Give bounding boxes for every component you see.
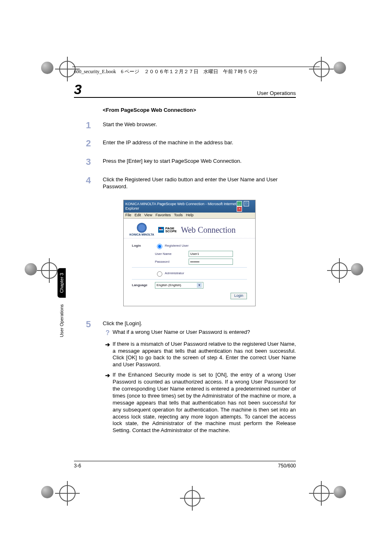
section-heading: <From PageScope Web Connection>	[103, 107, 296, 114]
book-header-rule	[72, 67, 320, 67]
close-icon[interactable]: ×	[237, 206, 242, 212]
administrator-radio-input[interactable]	[157, 271, 162, 277]
arrow-right-icon: ➔	[103, 372, 113, 434]
konica-minolta-logo-icon	[137, 223, 147, 233]
page-footer: 3-6 750/600	[74, 461, 296, 469]
crop-cross-icon	[313, 485, 330, 502]
crop-cross-icon	[41, 262, 58, 279]
menu-favorites[interactable]: Favorites	[155, 213, 171, 218]
window-buttons[interactable]: _ □ ×	[236, 201, 254, 212]
page-number-right: 750/600	[278, 463, 296, 469]
step-text: Enter the IP address of the machine in t…	[103, 138, 296, 150]
password-label: Password	[155, 260, 189, 264]
step-number: 4	[74, 175, 103, 190]
answer-text: If the Enhanced Security mode is set to …	[113, 372, 296, 434]
crop-cross-icon	[59, 61, 76, 77]
registered-user-radio[interactable]: Registered User	[155, 243, 189, 249]
login-label: Login	[132, 244, 155, 248]
page-number-left: 3-6	[74, 463, 81, 469]
figure-row: KONICA MINOLTA PageScope Web Connection …	[74, 197, 296, 312]
login-button[interactable]: Login	[231, 293, 247, 299]
konica-minolta-label: KONICA MINOLTA	[129, 233, 154, 236]
language-value: English (English)	[157, 283, 181, 287]
step-row: 3 Press the [Enter] key to start PageSco…	[74, 156, 296, 168]
crop-blob-icon	[25, 263, 37, 275]
step-row: 5 Click the [Login]. ? What if a wrong U…	[74, 319, 296, 437]
step-row: 1 Start the Web browser.	[74, 120, 296, 132]
menu-view[interactable]: View	[144, 213, 152, 218]
registered-user-radio-label: Registered User	[165, 244, 189, 248]
step-text: Press the [Enter] key to start PageScope…	[103, 156, 296, 168]
chapter-title: User Operations	[257, 90, 296, 96]
side-tab-section: User Operations	[58, 300, 66, 341]
administrator-radio[interactable]: Administrator	[155, 270, 189, 277]
step-text: Start the Web browser.	[103, 120, 296, 132]
step-text: Click the [Login].	[103, 320, 296, 327]
crop-blob-icon	[351, 263, 363, 275]
step-text: Click the Registered User radio button a…	[103, 175, 296, 190]
step-number: 1	[74, 120, 103, 132]
pagescope-mark-icon	[158, 227, 164, 233]
language-select[interactable]: English (English) ▾	[155, 282, 203, 289]
password-input[interactable]: ••••••••	[189, 259, 233, 265]
web-connection-text: Web Connection	[181, 224, 235, 235]
crop-cross-icon	[313, 61, 330, 77]
menu-help[interactable]: Help	[186, 213, 194, 218]
minimize-icon[interactable]: _	[237, 201, 242, 206]
question-text: What if a wrong User Name or User Passwo…	[113, 329, 296, 338]
book-header-text: 600_security_E.book 6 ページ ２００６年１２月２７日 水曜…	[74, 68, 258, 75]
brand-header: KONICA MINOLTA PAGE SCOPE Web Connection	[124, 219, 255, 238]
window-title: KONICA MINOLTA PageScope Web Connection …	[125, 202, 236, 211]
crop-blob-icon	[41, 486, 53, 498]
browser-menu-bar[interactable]: File Edit View Favorites Tools Help	[124, 213, 255, 219]
pagescope-logo: PAGE SCOPE	[158, 227, 177, 233]
menu-edit[interactable]: Edit	[135, 213, 141, 218]
username-input[interactable]: User1	[189, 251, 233, 257]
window-titlebar: KONICA MINOLTA PageScope Web Connection …	[124, 200, 255, 213]
username-label: User Name	[155, 252, 189, 256]
language-label: Language	[132, 283, 155, 287]
crop-cross-icon	[184, 490, 201, 506]
crop-cross-icon	[59, 485, 76, 502]
question-mark-icon: ?	[103, 329, 113, 338]
crop-blob-icon	[334, 62, 346, 74]
step-number: 2	[74, 138, 103, 150]
registered-user-radio-input[interactable]	[157, 244, 162, 249]
arrow-right-icon: ➔	[103, 341, 113, 369]
answer-text: If there is a mismatch of User Password …	[113, 341, 296, 369]
crop-cross-icon	[331, 262, 348, 279]
step-number: 3	[74, 156, 103, 168]
pagescope-text-2: SCOPE	[165, 230, 177, 233]
crop-blob-icon	[41, 62, 53, 74]
crop-blob-icon	[334, 486, 346, 498]
menu-tools[interactable]: Tools	[174, 213, 182, 218]
running-head: 3 User Operations	[74, 82, 296, 98]
side-tab-chapter: Chapter 3	[58, 268, 66, 298]
pagescope-screenshot: KONICA MINOLTA PageScope Web Connection …	[123, 200, 256, 306]
administrator-radio-label: Administrator	[165, 271, 184, 275]
step-row: 4 Click the Registered User radio button…	[74, 175, 296, 190]
maximize-icon[interactable]: □	[244, 201, 249, 206]
chapter-number: 3	[74, 82, 82, 96]
step-row: 2 Enter the IP address of the machine in…	[74, 138, 296, 150]
login-form: Login Registered User User Name User1	[124, 238, 255, 306]
step-number: 5	[74, 319, 103, 437]
chevron-down-icon[interactable]: ▾	[197, 283, 202, 288]
menu-file[interactable]: File	[125, 213, 131, 218]
